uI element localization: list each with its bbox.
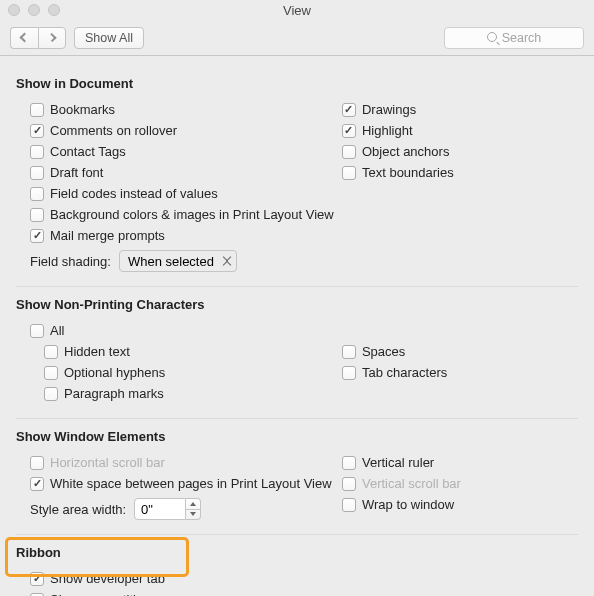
checkbox-tab-characters[interactable]: Tab characters: [342, 366, 447, 380]
style-area-width-stepper[interactable]: [186, 498, 201, 520]
checkbox-icon: [30, 572, 44, 586]
checkbox-icon: [30, 229, 44, 243]
checkbox-icon: [30, 593, 44, 597]
checkbox-icon: [30, 456, 44, 470]
checkbox-show-developer-tab[interactable]: Show developer tab: [30, 572, 165, 586]
checkbox-label: Show developer tab: [50, 572, 165, 585]
checkbox-icon: [342, 456, 356, 470]
checkbox-background-colors[interactable]: Background colors & images in Print Layo…: [30, 208, 334, 222]
checkbox-icon: [30, 166, 44, 180]
checkbox-icon: [342, 345, 356, 359]
checkbox-label: Vertical scroll bar: [362, 477, 461, 490]
checkbox-icon: [342, 366, 356, 380]
forward-button[interactable]: [38, 27, 66, 49]
checkbox-text-boundaries[interactable]: Text boundaries: [342, 166, 454, 180]
checkbox-icon: [30, 324, 44, 338]
checkbox-label: Optional hyphens: [64, 366, 165, 379]
checkbox-icon: [30, 187, 44, 201]
toolbar: Show All Search: [0, 20, 594, 56]
search-input[interactable]: Search: [444, 27, 584, 49]
checkbox-label: Bookmarks: [50, 103, 115, 116]
checkbox-label: Spaces: [362, 345, 405, 358]
chevron-right-icon: [47, 33, 56, 42]
checkbox-label: Horizontal scroll bar: [50, 456, 165, 469]
checkbox-label: Object anchors: [362, 145, 449, 158]
checkbox-label: All: [50, 324, 64, 337]
checkbox-label: Draft font: [50, 166, 103, 179]
window-title: View: [0, 3, 594, 18]
checkbox-label: Text boundaries: [362, 166, 454, 179]
titlebar: View: [0, 0, 594, 20]
checkbox-icon: [30, 103, 44, 117]
checkbox-label: Drawings: [362, 103, 416, 116]
checkbox-vertical-ruler[interactable]: Vertical ruler: [342, 456, 434, 470]
section-ribbon: Ribbon Show developer tab Show group tit…: [16, 535, 578, 596]
checkbox-icon: [342, 103, 356, 117]
heading-window-elements: Show Window Elements: [16, 429, 578, 444]
style-area-width-label: Style area width:: [30, 502, 126, 517]
checkbox-label: Background colors & images in Print Layo…: [50, 208, 334, 221]
checkbox-field-codes[interactable]: Field codes instead of values: [30, 187, 218, 201]
chevron-left-icon: [20, 33, 30, 43]
checkbox-label: Vertical ruler: [362, 456, 434, 469]
checkbox-icon: [342, 124, 356, 138]
checkbox-icon: [342, 477, 356, 491]
checkbox-label: Field codes instead of values: [50, 187, 218, 200]
checkbox-icon: [44, 387, 58, 401]
section-window-elements: Show Window Elements Horizontal scroll b…: [16, 419, 578, 535]
checkbox-all[interactable]: All: [30, 324, 64, 338]
checkbox-white-space[interactable]: White space between pages in Print Layou…: [30, 477, 332, 491]
checkbox-highlight[interactable]: Highlight: [342, 124, 413, 138]
checkbox-mail-merge[interactable]: Mail merge prompts: [30, 229, 165, 243]
nav-seg: [10, 27, 66, 49]
checkbox-show-group-titles[interactable]: Show group titles: [30, 593, 150, 597]
checkbox-optional-hyphens[interactable]: Optional hyphens: [44, 366, 165, 380]
checkbox-icon: [44, 366, 58, 380]
stepper-up-icon[interactable]: [186, 499, 200, 510]
checkbox-icon: [342, 166, 356, 180]
style-area-width-input[interactable]: [134, 498, 186, 520]
checkbox-icon: [342, 145, 356, 159]
checkbox-icon: [342, 498, 356, 512]
checkbox-icon: [30, 145, 44, 159]
checkbox-label: Paragraph marks: [64, 387, 164, 400]
checkbox-label: Contact Tags: [50, 145, 126, 158]
checkbox-paragraph-marks[interactable]: Paragraph marks: [44, 387, 164, 401]
heading-show-in-document: Show in Document: [16, 76, 578, 91]
checkbox-label: White space between pages in Print Layou…: [50, 477, 332, 490]
checkbox-label: Mail merge prompts: [50, 229, 165, 242]
checkbox-hidden-text[interactable]: Hidden text: [44, 345, 130, 359]
show-all-button[interactable]: Show All: [74, 27, 144, 49]
checkbox-draft-font[interactable]: Draft font: [30, 166, 103, 180]
checkbox-contact-tags[interactable]: Contact Tags: [30, 145, 126, 159]
section-nonprinting: Show Non-Printing Characters All Hidden …: [16, 287, 578, 419]
field-shading-select[interactable]: When selected: [119, 250, 237, 272]
checkbox-bookmarks[interactable]: Bookmarks: [30, 103, 115, 117]
checkbox-wrap-to-window[interactable]: Wrap to window: [342, 498, 454, 512]
search-placeholder: Search: [502, 31, 542, 45]
checkbox-label: Highlight: [362, 124, 413, 137]
checkbox-comments-on-rollover[interactable]: Comments on rollover: [30, 124, 177, 138]
checkbox-label: Wrap to window: [362, 498, 454, 511]
checkbox-icon: [30, 124, 44, 138]
back-button[interactable]: [10, 27, 38, 49]
checkbox-drawings[interactable]: Drawings: [342, 103, 416, 117]
checkbox-spaces[interactable]: Spaces: [342, 345, 405, 359]
heading-ribbon: Ribbon: [16, 545, 578, 560]
field-shading-dropdown[interactable]: When selected: [119, 250, 237, 272]
stepper-down-icon[interactable]: [186, 510, 200, 520]
section-show-in-document: Show in Document Bookmarks Comments on r…: [16, 66, 578, 287]
checkbox-label: Tab characters: [362, 366, 447, 379]
checkbox-label: Hidden text: [64, 345, 130, 358]
checkbox-icon: [44, 345, 58, 359]
checkbox-icon: [30, 208, 44, 222]
checkbox-label: Comments on rollover: [50, 124, 177, 137]
checkbox-icon: [30, 477, 44, 491]
search-icon: [487, 32, 498, 43]
checkbox-horizontal-scroll: Horizontal scroll bar: [30, 456, 165, 470]
checkbox-vertical-scroll: Vertical scroll bar: [342, 477, 461, 491]
field-shading-label: Field shading:: [30, 254, 111, 269]
heading-nonprinting: Show Non-Printing Characters: [16, 297, 578, 312]
checkbox-object-anchors[interactable]: Object anchors: [342, 145, 449, 159]
